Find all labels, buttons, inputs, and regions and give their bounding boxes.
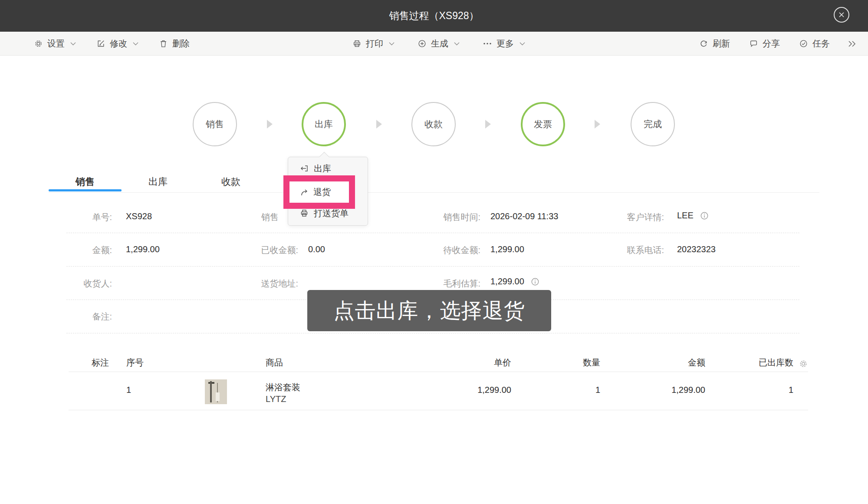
col-header-product: 商品	[266, 357, 283, 369]
refresh-icon	[699, 39, 708, 48]
pending-value: 1,299.00	[490, 244, 524, 254]
step-sales[interactable]: 销售	[193, 102, 237, 146]
tab-sales[interactable]: 销售	[76, 175, 95, 188]
step-complete[interactable]: 完成	[631, 102, 675, 146]
generate-button[interactable]: 生成	[418, 38, 460, 49]
gear-icon	[34, 39, 43, 48]
profit-value-group: 1,299.00	[490, 277, 540, 287]
row-separator	[66, 266, 799, 267]
share-button[interactable]: 分享	[749, 38, 780, 49]
step-arrow-icon	[595, 120, 600, 128]
close-button[interactable]	[834, 7, 849, 23]
phone-label: 联系电话:	[627, 244, 664, 256]
settings-label: 设置	[47, 38, 65, 49]
amount-value: 1,299.00	[126, 244, 160, 254]
print-note-icon	[299, 208, 309, 218]
row-separator	[66, 333, 799, 333]
step-invoice[interactable]: 发票	[521, 102, 565, 146]
toolbar-center-group: 打印 生成 更多	[352, 32, 526, 56]
step-label: 发票	[534, 118, 552, 130]
toolbar-right-group: 刷新 分享 任务	[699, 32, 857, 56]
check-circle-icon	[799, 39, 808, 48]
tab-payment[interactable]: 收款	[221, 175, 240, 188]
profit-label: 毛利估算:	[443, 278, 480, 290]
trash-icon	[159, 39, 168, 48]
task-button[interactable]: 任务	[799, 38, 830, 49]
menu-item-label: 出库	[314, 163, 331, 175]
tab-outbound[interactable]: 出库	[148, 175, 168, 188]
task-label: 任务	[812, 38, 830, 49]
col-header-seq: 序号	[126, 357, 144, 369]
more-button[interactable]: 更多	[483, 38, 526, 49]
step-arrow-icon	[485, 120, 491, 128]
customer-label: 客户详情:	[627, 211, 664, 223]
delete-button[interactable]: 删除	[159, 38, 190, 49]
customer-value: LEE	[677, 211, 694, 221]
received-value: 0.00	[308, 244, 325, 254]
col-header-mark: 标注	[92, 357, 109, 369]
cell-shipped: 1	[789, 385, 793, 395]
modify-label: 修改	[110, 38, 127, 49]
menu-item-outbound[interactable]: 出库	[288, 161, 368, 176]
phone-value: 20232323	[677, 244, 716, 254]
step-arrow-icon	[267, 120, 273, 128]
popup-caret	[319, 152, 329, 162]
double-chevron-icon	[847, 40, 857, 48]
modify-button[interactable]: 修改	[96, 38, 139, 49]
instruction-overlay: 点击出库，选择退货	[307, 290, 551, 331]
step-arrow-icon	[376, 120, 382, 128]
generate-label: 生成	[431, 38, 448, 49]
row-separator	[66, 233, 799, 233]
chevron-down-icon	[454, 42, 460, 46]
menu-item-label: 打送货单	[314, 208, 349, 219]
step-payment[interactable]: 收款	[411, 102, 456, 146]
sales-partial-label: 销售	[261, 211, 279, 223]
tab-divider	[49, 192, 819, 193]
return-highlight-box[interactable]: 退货	[283, 175, 355, 209]
more-label: 更多	[496, 38, 514, 49]
sales-time-value: 2026-02-09 11:33	[490, 211, 558, 221]
expand-toolbar-button[interactable]	[847, 40, 857, 48]
refresh-button[interactable]: 刷新	[699, 38, 730, 49]
table-row-line	[69, 410, 808, 410]
col-header-amount: 金额	[688, 357, 705, 369]
info-icon[interactable]	[700, 211, 709, 221]
info-icon[interactable]	[530, 277, 540, 287]
cell-qty: 1	[595, 385, 600, 395]
amount-label: 金额:	[92, 244, 112, 256]
cell-seq: 1	[126, 385, 131, 395]
step-label: 销售	[206, 118, 224, 130]
share-label: 分享	[763, 38, 780, 49]
delete-label: 删除	[172, 38, 190, 49]
chevron-down-icon	[132, 42, 139, 46]
table-header-line	[69, 372, 808, 372]
printer-icon	[352, 39, 362, 48]
outbound-icon	[299, 164, 309, 173]
return-icon	[299, 188, 309, 197]
cell-price: 1,299.00	[477, 385, 511, 395]
settings-button[interactable]: 设置	[34, 38, 76, 49]
refresh-label: 刷新	[713, 38, 730, 49]
product-image[interactable]	[205, 379, 227, 404]
chat-bubble-icon	[749, 39, 758, 48]
chevron-down-icon	[519, 42, 526, 46]
sales-process-dialog: 销售过程（XS928） 设置 修改	[0, 0, 868, 504]
order-no-label: 单号:	[92, 211, 112, 223]
close-icon	[838, 11, 845, 18]
dialog-title: 销售过程（XS928）	[0, 0, 868, 32]
profit-value: 1,299.00	[490, 277, 524, 287]
address-label: 送货地址:	[261, 278, 298, 290]
plus-circle-icon	[418, 39, 427, 48]
sales-time-label: 销售时间:	[443, 211, 480, 223]
step-label: 出库	[315, 118, 333, 130]
step-outbound[interactable]: 出库	[302, 102, 346, 146]
table-settings-gear-icon[interactable]	[799, 359, 808, 369]
print-button[interactable]: 打印	[352, 38, 395, 49]
consignee-label: 收货人:	[83, 278, 112, 290]
edit-icon	[96, 39, 105, 48]
col-header-shipped: 已出库数	[759, 357, 793, 369]
chevron-down-icon	[388, 42, 395, 46]
received-label: 已收金额:	[261, 244, 298, 256]
cell-product-name: 淋浴套装	[266, 382, 300, 393]
menu-item-return-label: 退货	[313, 186, 331, 198]
